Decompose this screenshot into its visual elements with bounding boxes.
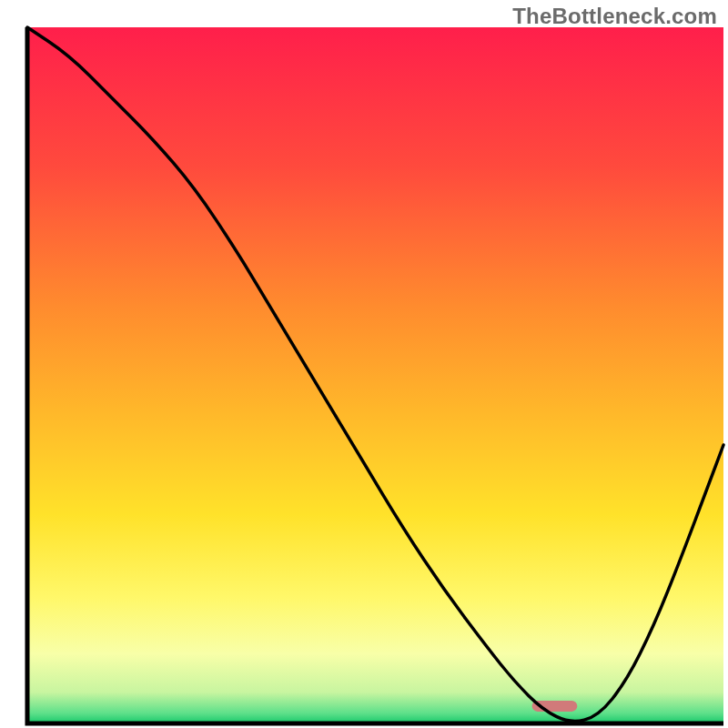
chart-container: TheBottleneck.com [0, 0, 728, 728]
plot-background [27, 27, 723, 723]
bottleneck-chart [0, 0, 728, 728]
